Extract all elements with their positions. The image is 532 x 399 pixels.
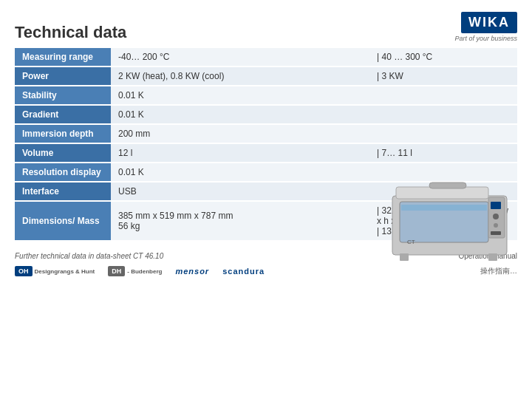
svg-point-5 [493, 214, 499, 219]
page: Technical data WIKA Part of your busines… [0, 0, 532, 399]
row-value2-empty-gradient [369, 105, 517, 124]
oh-logo: OH [15, 266, 33, 276]
row-value1-dimensions-mass: 385 mm x 519 mm x 787 mm56 kg [111, 201, 369, 241]
page-title: Technical data [15, 23, 126, 42]
svg-rect-2 [401, 205, 487, 211]
svg-rect-11 [488, 253, 497, 261]
oh-text: Designgrangs & Hunt [35, 268, 95, 275]
row-label-interface: Interface [15, 182, 111, 201]
row-label-power: Power [15, 66, 111, 86]
row-value1-immersion-depth: 200 mm [111, 124, 369, 143]
row-value1-stability: 0.01 K [111, 86, 369, 105]
operation-manual-zh: 操作指南… [480, 266, 517, 276]
row-value2-measuring-range: | 40 … 300 °C [369, 48, 517, 66]
wika-logo: WIKA [461, 12, 517, 33]
logo-area: WIKA Part of your business [454, 12, 517, 42]
svg-rect-9 [429, 183, 466, 188]
svg-rect-4 [491, 202, 501, 209]
svg-rect-7 [491, 231, 501, 235]
dh-text: - Budenberg [127, 268, 162, 275]
logo-tagline: Part of your business [454, 35, 517, 42]
row-value1-power: 2 KW (heat), 0.8 KW (cool) [111, 66, 369, 86]
logo-dh-item: DH - Budenberg [108, 266, 162, 276]
row-value2-power: | 3 KW [369, 66, 517, 86]
table-row-gradient: Gradient0.01 K [15, 105, 517, 124]
svg-text:CT: CT [407, 239, 415, 245]
row-value1-resolution-display: 0.01 K [111, 163, 369, 182]
row-value2-empty-stability [369, 86, 517, 105]
row-label-gradient: Gradient [15, 105, 111, 124]
header: Technical data WIKA Part of your busines… [0, 0, 532, 48]
product-image: CT [385, 151, 514, 262]
table-row-power: Power2 KW (heat), 0.8 KW (cool)| 3 KW [15, 66, 517, 86]
row-value1-volume: 12 l [111, 143, 369, 163]
row-label-resolution-display: Resolution display [15, 163, 111, 182]
row-value2-empty-immersion-depth [369, 124, 517, 143]
row-value1-interface: USB [111, 182, 369, 201]
svg-point-6 [494, 223, 498, 228]
svg-rect-10 [400, 253, 409, 261]
table-row-measuring-range: Measuring range-40… 200 °C| 40 … 300 °C [15, 48, 517, 66]
footer-logos: OH Designgrangs & Hunt DH - Budenberg me… [0, 263, 532, 279]
technical-data-note: Further technical data in data-sheet CT … [15, 252, 163, 260]
row-label-dimensions-mass: Dimensions/ Mass [15, 201, 111, 241]
logo-oh-item: OH Designgrangs & Hunt [15, 266, 95, 276]
table-row-stability: Stability0.01 K [15, 86, 517, 105]
scandura-logo: scandura [222, 267, 265, 276]
row-value1-gradient: 0.01 K [111, 105, 369, 124]
logo-scandura-item: scandura [222, 267, 265, 276]
table-wrapper: Measuring range-40… 200 °C| 40 … 300 °CP… [0, 48, 532, 242]
row-label-measuring-range: Measuring range [15, 48, 111, 66]
row-label-stability: Stability [15, 86, 111, 105]
logo-mensor-item: mensor [175, 267, 209, 276]
dh-logo: DH [108, 266, 125, 276]
row-label-volume: Volume [15, 143, 111, 163]
mensor-logo: mensor [175, 267, 209, 276]
table-row-immersion-depth: Immersion depth200 mm [15, 124, 517, 143]
row-value1-measuring-range: -40… 200 °C [111, 48, 369, 66]
product-svg: CT [385, 151, 514, 262]
row-label-immersion-depth: Immersion depth [15, 124, 111, 143]
